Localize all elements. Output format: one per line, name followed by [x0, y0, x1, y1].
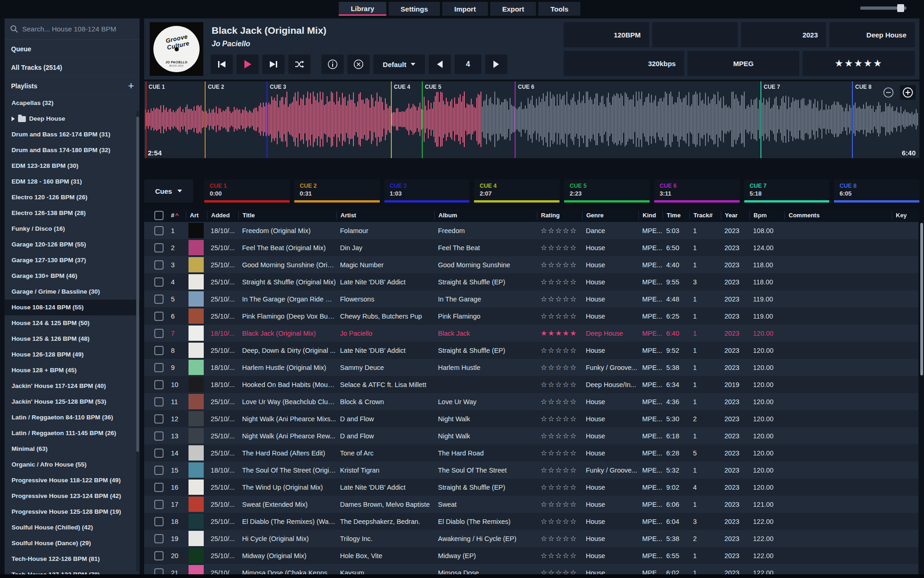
- sidebar-item-tech-house-127-132-bpm-78[interactable]: Tech-House 127-132 BPM (78): [5, 567, 140, 574]
- column-header-album[interactable]: Album: [434, 211, 537, 220]
- nav-tab-import[interactable]: Import: [442, 2, 488, 16]
- sidebar-item-garage-127-130-bpm-37[interactable]: Garage 127-130 BPM (37): [5, 252, 140, 268]
- sidebar-item-latin-reggaeton-111-145-bpm-26[interactable]: Latin / Reggaeton 111-145 BPM (26): [5, 425, 140, 441]
- row-checkbox[interactable]: [154, 517, 164, 526]
- table-scrollbar-thumb[interactable]: [920, 223, 923, 375]
- cue-card-6[interactable]: CUE 63:11: [654, 179, 740, 203]
- cue-card-3[interactable]: CUE 31:03: [384, 179, 470, 203]
- row-rating-stars[interactable]: ☆☆☆☆☆: [537, 243, 582, 252]
- nav-tab-library[interactable]: Library: [339, 2, 386, 16]
- info-button[interactable]: [322, 55, 344, 74]
- row-checkbox[interactable]: [154, 329, 164, 338]
- row-rating-stars[interactable]: ☆☆☆☆☆: [537, 260, 582, 269]
- waveform-panel[interactable]: CUE 1CUE 2CUE 3CUE 4CUE 5CUE 6CUE 7CUE 8…: [144, 81, 919, 158]
- row-checkbox[interactable]: [154, 312, 164, 321]
- table-row[interactable]: 1825/10/...El Diablo (The Remixes) (Wali…: [144, 513, 918, 530]
- table-row[interactable]: 1125/10/...Love Ur Way (Beachclub Club..…: [144, 393, 918, 410]
- volume-slider[interactable]: [860, 6, 906, 10]
- row-rating-stars[interactable]: ☆☆☆☆☆: [537, 466, 582, 474]
- row-checkbox[interactable]: [154, 449, 164, 458]
- sidebar-item-minimal-63[interactable]: Minimal (63): [5, 441, 140, 457]
- table-row[interactable]: 225/10/...Feel The Beat (Original Mix)Di…: [144, 239, 918, 256]
- row-checkbox[interactable]: [154, 277, 164, 287]
- sidebar-item-progressive-house-125-128-bpm-19[interactable]: Progressive House 125-128 BPM (19): [5, 504, 140, 520]
- cue-card-7[interactable]: CUE 75:18: [744, 179, 830, 203]
- sidebar-item-deep-house[interactable]: Deep House: [5, 111, 140, 127]
- table-row[interactable]: 1225/10/...Night Walk (Ani Phearce Mixs.…: [144, 410, 918, 427]
- row-checkbox[interactable]: [154, 551, 164, 560]
- row-rating-stars[interactable]: ☆☆☆☆☆: [537, 534, 582, 543]
- row-checkbox[interactable]: [154, 260, 164, 270]
- table-row[interactable]: 1518/10/...The Soul Of The Street (Origi…: [144, 461, 918, 479]
- row-checkbox[interactable]: [154, 397, 164, 406]
- sidebar-item-queue[interactable]: Queue: [5, 40, 140, 58]
- shuffle-button[interactable]: [288, 55, 310, 74]
- table-row[interactable]: 1925/10/...Hi Cycle (Original Mix)Trilog…: [144, 530, 918, 547]
- table-row[interactable]: 1018/10/...Hooked On Bad Habits (Mouss..…: [144, 376, 918, 393]
- table-row[interactable]: 1625/10/...The Wind Up (Original Mix)Lat…: [144, 479, 918, 496]
- cue-card-4[interactable]: CUE 42:07: [474, 179, 559, 203]
- cue-card-5[interactable]: CUE 52:23: [564, 179, 650, 203]
- sidebar-item-jackin-house-125-128-bpm-53[interactable]: Jackin' House 125-128 BPM (53): [5, 394, 140, 410]
- row-checkbox[interactable]: [154, 500, 164, 509]
- row-rating-stars[interactable]: ☆☆☆☆☆: [537, 449, 582, 457]
- sidebar-scrollbar-thumb[interactable]: [136, 117, 139, 452]
- row-rating-stars[interactable]: ☆☆☆☆☆: [537, 500, 582, 509]
- row-checkbox[interactable]: [154, 363, 164, 372]
- row-checkbox[interactable]: [154, 295, 164, 304]
- sidebar-item-all-tracks[interactable]: All Tracks (2514): [5, 58, 140, 77]
- sidebar-item-garage-grime-bassline-30[interactable]: Garage / Grime / Bassline (30): [5, 284, 140, 300]
- volume-slider-thumb[interactable]: [897, 4, 904, 12]
- folder-expand-icon[interactable]: [12, 117, 15, 121]
- add-playlist-button[interactable]: +: [128, 77, 134, 95]
- sidebar-item-funky-disco-16[interactable]: Funky / Disco (16): [5, 221, 140, 237]
- row-rating-stars[interactable]: ☆☆☆☆☆: [537, 517, 582, 526]
- row-rating-stars[interactable]: ☆☆☆☆☆: [537, 568, 582, 574]
- table-row[interactable]: 718/10/...Black Jack (Original Mix)Jo Pa…: [144, 325, 918, 342]
- row-rating-stars[interactable]: ☆☆☆☆☆: [537, 363, 582, 372]
- sidebar-item-edm-128-160-bpm-31[interactable]: EDM 128 - 160 BPM (31): [5, 174, 140, 190]
- nav-tab-settings[interactable]: Settings: [389, 2, 440, 16]
- column-header-title[interactable]: Title: [238, 211, 336, 220]
- sidebar-item-garage-120-126-bpm-55[interactable]: Garage 120-126 BPM (55): [5, 237, 140, 252]
- sidebar-item-edm-123-128-bpm-30[interactable]: EDM 123-128 BPM (30): [5, 158, 140, 174]
- previous-track-button[interactable]: [211, 55, 233, 74]
- row-rating-stars[interactable]: ☆☆☆☆☆: [537, 226, 582, 235]
- cue-card-8[interactable]: CUE 86:05: [834, 179, 919, 203]
- row-checkbox[interactable]: [154, 380, 164, 389]
- sidebar-item-house-126-128-bpm-49[interactable]: House 126-128 BPM (49): [5, 347, 140, 363]
- sidebar-item-jackin-house-117-124-bpm-40[interactable]: Jackin' House 117-124 BPM (40): [5, 378, 140, 394]
- table-row[interactable]: 325/10/...Good Morning Sunshine (Origi..…: [144, 256, 918, 273]
- row-checkbox[interactable]: [154, 346, 164, 355]
- sidebar-item-house-108-124-bpm-55[interactable]: House 108-124 BPM (55): [5, 300, 140, 315]
- sidebar-item-house-128-bpm-45[interactable]: House 128 + BPM (45): [5, 363, 140, 378]
- cues-dropdown[interactable]: Cues: [144, 179, 193, 203]
- column-header-kind[interactable]: Kind: [638, 211, 663, 220]
- row-rating-stars[interactable]: ☆☆☆☆☆: [537, 431, 582, 440]
- row-rating-stars[interactable]: ☆☆☆☆☆: [537, 397, 582, 406]
- sidebar-item-house-124-125-bpm-50[interactable]: House 124 & 125 BPM (50): [5, 315, 140, 331]
- next-track-button[interactable]: [262, 55, 285, 74]
- row-checkbox[interactable]: [154, 466, 164, 475]
- zoom-in-button[interactable]: [900, 85, 916, 100]
- table-row[interactable]: 825/10/...Deep, Down & Dirty (Original .…: [144, 342, 918, 359]
- row-checkbox[interactable]: [154, 226, 164, 235]
- sidebar-item-latin-reggaeton-84-110-bpm-36[interactable]: Latin / Reggaeton 84-110 BPM (36): [5, 410, 140, 425]
- sidebar-item-electro-120-126-bpm-26[interactable]: Electro 120 -126 BPM (26): [5, 190, 140, 205]
- row-rating-stars[interactable]: ☆☆☆☆☆: [537, 551, 582, 560]
- table-row[interactable]: 625/10/...Pink Flamingo (Deep Vox Bum...…: [144, 307, 918, 325]
- row-checkbox[interactable]: [154, 568, 164, 575]
- table-row[interactable]: 118/10/...Freedom (Original Mix)Folamour…: [144, 222, 918, 239]
- column-header-key[interactable]: Key: [892, 211, 918, 220]
- column-header-time[interactable]: Time: [663, 211, 689, 220]
- row-checkbox[interactable]: [154, 414, 164, 424]
- column-header-year[interactable]: Year: [721, 211, 749, 220]
- row-rating-stars[interactable]: ☆☆☆☆☆: [537, 380, 582, 389]
- row-rating-stars[interactable]: ☆☆☆☆☆: [537, 295, 582, 303]
- cue-card-2[interactable]: CUE 20:31: [294, 179, 380, 203]
- sidebar-item-drum-and-bass-162-174-bpm-31[interactable]: Drum and Bass 162-174 BPM (31): [5, 127, 140, 142]
- row-checkbox[interactable]: [154, 243, 164, 252]
- column-header-comments[interactable]: Comments: [784, 211, 892, 220]
- sidebar-item-organic-afro-house-55[interactable]: Organic / Afro House (55): [5, 457, 140, 473]
- column-header-track[interactable]: Track#: [689, 211, 721, 220]
